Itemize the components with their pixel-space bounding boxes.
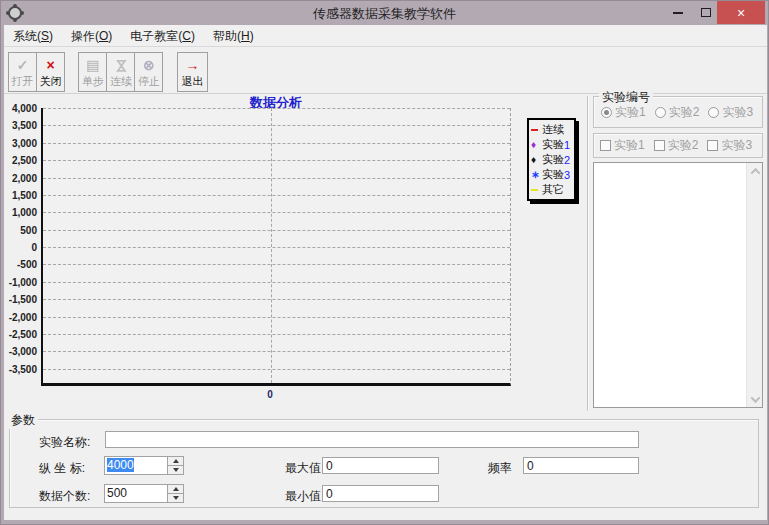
menu-item-operation[interactable]: 操作(O)	[62, 26, 121, 47]
spin-up-icon[interactable]	[168, 457, 183, 466]
menu-item-system[interactable]: 系统(S)	[4, 26, 62, 47]
gridline	[43, 334, 510, 335]
y-tick-label: -1,500	[1, 294, 37, 305]
legend-item: 连续	[531, 122, 574, 137]
legend-label: 其它	[542, 182, 564, 197]
close-icon: ×	[737, 5, 745, 21]
experiment-checkbox[interactable]: 实验1	[600, 137, 654, 154]
scroll-down-icon[interactable]	[747, 391, 763, 407]
close-button[interactable]: ×	[717, 1, 765, 24]
exit-arrow-icon: →	[185, 57, 199, 74]
group-title: 参数	[8, 412, 38, 429]
gridline	[43, 369, 510, 370]
experiment-checkbox-frame: 实验1 实验2 实验3	[593, 133, 763, 158]
scroll-up-icon[interactable]	[747, 163, 763, 179]
min-value-input[interactable]	[322, 485, 439, 502]
gridline	[43, 351, 510, 352]
y-tick-label: -500	[1, 259, 37, 270]
min-value-label: 最小值	[285, 488, 321, 505]
checkbox-icon	[654, 140, 665, 151]
minimize-button[interactable]	[663, 1, 692, 24]
y-tick-label: 1,000	[1, 207, 37, 218]
data-listbox[interactable]	[593, 162, 763, 408]
y-tick-label: 3,500	[1, 120, 37, 131]
close-x-icon: ×	[46, 57, 54, 74]
experiment-radio[interactable]: 实验2	[655, 104, 709, 121]
paste-icon: ▤	[86, 57, 99, 74]
window-title: 传感器数据采集教学软件	[1, 5, 768, 23]
open-button[interactable]: ✓ 打开	[8, 52, 37, 92]
maximize-icon	[701, 8, 711, 17]
legend-item: 其它	[531, 182, 574, 197]
diamond-marker-icon: ♦	[531, 154, 542, 165]
close-port-button[interactable]: × 关闭	[36, 52, 65, 92]
y-tick-label: -3,000	[1, 346, 37, 357]
max-value-input[interactable]	[322, 457, 439, 474]
hourglass-icon: ⋈	[112, 58, 129, 72]
stop-button[interactable]: ⊗ 停止	[134, 52, 163, 92]
dash-marker-icon	[531, 189, 542, 191]
gridline	[43, 299, 510, 300]
spin-down-icon[interactable]	[168, 494, 183, 502]
gridline	[43, 178, 510, 179]
continuous-button[interactable]: ⋈ 连续	[106, 52, 135, 92]
gridline	[43, 143, 510, 144]
data-count-stepper[interactable]: 500	[104, 484, 184, 503]
y-tick-label: 4,000	[1, 103, 37, 114]
y-tick-label: 1,500	[1, 190, 37, 201]
y-scale-stepper[interactable]: 4000	[104, 456, 184, 475]
radio-icon	[655, 107, 666, 118]
gridline	[43, 212, 510, 213]
y-tick-label: -2,500	[1, 329, 37, 340]
maximize-button[interactable]	[692, 1, 720, 24]
y-tick-label: -3,500	[1, 364, 37, 375]
experiment-radio[interactable]: 实验3	[708, 104, 753, 121]
experiment-radio[interactable]: 实验1	[601, 104, 655, 121]
check-icon: ✓	[17, 57, 29, 74]
y-scale-value: 4000	[107, 458, 134, 472]
legend-item: ♦实验1	[531, 137, 574, 152]
gridline	[43, 108, 510, 109]
single-step-button[interactable]: ▤ 单步	[78, 52, 107, 92]
spin-down-icon[interactable]	[168, 466, 183, 474]
experiment-name-input[interactable]	[105, 431, 639, 448]
experiment-checkbox[interactable]: 实验3	[707, 137, 752, 154]
stop-circle-icon: ⊗	[143, 57, 155, 74]
exit-button[interactable]: → 退出	[177, 52, 208, 92]
legend-label: 连续	[542, 122, 564, 137]
panel-separator	[587, 96, 589, 411]
y-tick-label: -2,000	[1, 312, 37, 323]
menu-item-help[interactable]: 帮助(H)	[204, 26, 263, 47]
app-window: 传感器数据采集教学软件 × 系统(S) 操作(O) 电子教室(C) 帮助(H) …	[0, 0, 769, 525]
minimize-icon	[673, 12, 683, 14]
radio-icon	[601, 107, 612, 118]
y-tick-label: 0	[1, 242, 37, 253]
gridline	[43, 125, 510, 126]
listbox-scrollbar[interactable]	[746, 163, 762, 407]
experiment-name-label: 实验名称:	[39, 434, 90, 451]
data-count-value: 500	[107, 486, 127, 500]
gridline	[43, 317, 510, 318]
diamond-marker-icon: ♦	[531, 139, 542, 150]
legend-label: 实验	[542, 137, 564, 152]
frequency-label: 频率	[488, 460, 512, 477]
y-tick-label: -1,000	[1, 277, 37, 288]
experiment-checkbox[interactable]: 实验2	[654, 137, 708, 154]
spin-up-icon[interactable]	[168, 485, 183, 494]
group-title: 实验编号	[599, 89, 653, 106]
y-tick-label: 2,000	[1, 173, 37, 184]
frequency-input[interactable]	[523, 457, 639, 474]
radio-icon	[708, 107, 719, 118]
checkbox-icon	[707, 140, 718, 151]
y-tick-label: 500	[1, 225, 37, 236]
chart-legend: 连续♦实验1♦实验2∗实验3其它	[527, 118, 576, 201]
gridline	[43, 282, 510, 283]
x-tick-label: 0	[250, 389, 290, 400]
title-bar[interactable]: 传感器数据采集教学软件 ×	[1, 1, 768, 25]
legend-label: 实验	[542, 167, 564, 182]
y-tick-label: 3,000	[1, 138, 37, 149]
x-zero-gridline	[271, 108, 272, 383]
menu-item-eclassroom[interactable]: 电子教室(C)	[121, 26, 204, 47]
legend-label: 实验	[542, 152, 564, 167]
data-count-label: 数据个数:	[39, 488, 90, 505]
